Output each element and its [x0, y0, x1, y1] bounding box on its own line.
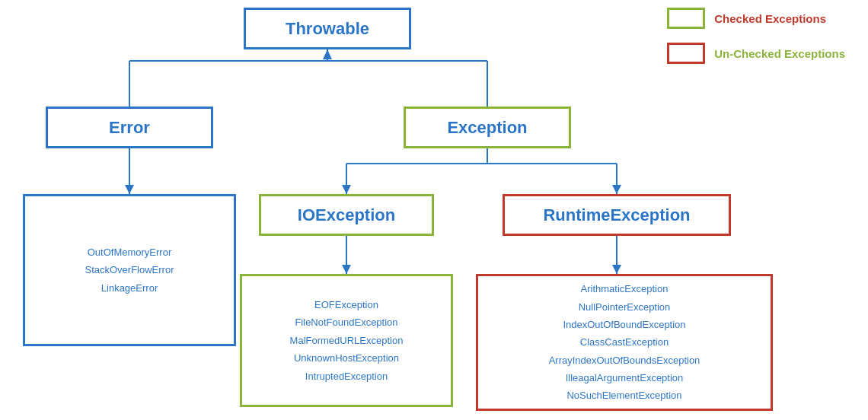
ioexception-sub-box: EOFExceptionFileNotFoundExceptionMalForm…: [240, 274, 453, 407]
legend-checked-box: [667, 8, 705, 29]
svg-marker-3: [323, 49, 332, 59]
error-box: Error: [46, 107, 213, 148]
ioexception-sub-list: EOFExceptionFileNotFoundExceptionMalForm…: [290, 296, 404, 385]
exception-box: Exception: [404, 107, 571, 148]
legend-unchecked-box: [667, 43, 705, 64]
error-label: Error: [109, 118, 150, 138]
svg-marker-9: [342, 185, 351, 194]
runtime-sub-list: ArithmaticExceptionNullPointerExceptionI…: [549, 280, 700, 405]
legend: Checked Exceptions Un-Checked Exceptions: [667, 8, 845, 64]
error-sub-box: OutOfMemoryErrorStackOverFlowErrorLinkag…: [23, 194, 236, 346]
legend-checked-label: Checked Exceptions: [714, 12, 826, 25]
error-sub-list: OutOfMemoryErrorStackOverFlowErrorLinkag…: [85, 243, 174, 297]
legend-checked: Checked Exceptions: [667, 8, 845, 29]
svg-marker-18: [125, 185, 134, 194]
runtimeexception-label: RuntimeException: [543, 205, 690, 225]
svg-marker-14: [342, 265, 351, 274]
runtime-sub-box: ArithmaticExceptionNullPointerExceptionI…: [476, 274, 773, 411]
svg-marker-12: [612, 185, 621, 194]
diagram-container: Throwable Error Exception OutOfMemoryErr…: [0, 0, 868, 420]
throwable-box: Throwable: [244, 8, 411, 49]
ioexception-label: IOException: [298, 205, 395, 225]
ioexception-box: IOException: [259, 194, 434, 236]
legend-unchecked-label: Un-Checked Exceptions: [714, 47, 845, 60]
throwable-label: Throwable: [286, 19, 369, 39]
svg-marker-16: [612, 265, 621, 274]
legend-unchecked: Un-Checked Exceptions: [667, 43, 845, 64]
runtimeexception-box: RuntimeException: [503, 194, 731, 236]
exception-label: Exception: [447, 118, 527, 138]
